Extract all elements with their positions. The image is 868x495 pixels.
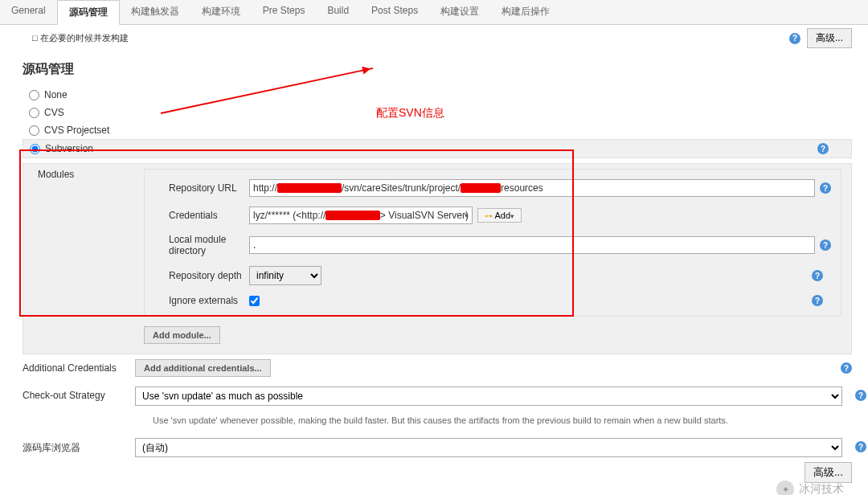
tab-scm[interactable]: 源码管理 — [57, 0, 120, 25]
credentials-label: Credentials — [145, 210, 249, 221]
local-dir-label: Local module directory — [145, 234, 249, 256]
tab-build-settings[interactable]: 构建设置 — [429, 0, 490, 24]
watermark-text: 冰河技术 — [799, 482, 844, 495]
checkout-strategy-desc: Use 'svn update' whenever possible, maki… — [137, 415, 868, 425]
radio-none[interactable] — [29, 90, 39, 100]
checkout-strategy-label: Check-out Strategy — [23, 387, 135, 401]
radio-cvs[interactable] — [29, 108, 39, 118]
repo-url-suffix: resources — [501, 182, 543, 194]
tab-triggers[interactable]: 构建触发器 — [120, 0, 190, 24]
scm-radio-group: None CVS CVS Projectset Subversion ? — [23, 86, 852, 158]
module-fields: Repository URL http:///svn/careSites/tru… — [144, 169, 841, 317]
repo-url-input[interactable]: http:///svn/careSites/trunk/project/reso… — [249, 179, 815, 197]
help-icon[interactable]: ? — [812, 295, 823, 306]
repo-browser-select[interactable]: (自动) — [135, 438, 842, 457]
depth-select[interactable]: infinity — [249, 266, 321, 285]
add-module-button[interactable]: Add module... — [144, 326, 220, 344]
help-icon[interactable]: ? — [855, 390, 866, 401]
scm-option-none[interactable]: None — [23, 86, 852, 104]
repo-url-label: Repository URL — [145, 182, 249, 194]
tab-env[interactable]: 构建环境 — [190, 0, 252, 24]
cred-suffix: > VisualSVN Server) — [380, 210, 469, 221]
ignore-externals-checkbox[interactable] — [249, 296, 260, 306]
redacted-cred-host — [326, 211, 379, 220]
help-icon[interactable]: ? — [855, 441, 866, 452]
tab-build[interactable]: Build — [316, 0, 360, 24]
radio-label: None — [44, 89, 68, 100]
subversion-config-block: Modules Repository URL http:///svn/careS… — [23, 163, 852, 354]
help-icon[interactable]: ? — [812, 270, 823, 281]
repo-url-prefix: http:// — [253, 182, 277, 194]
depth-label: Repository depth — [145, 270, 249, 281]
additional-credentials-label: Additional Credentials — [23, 359, 135, 374]
tab-post-steps[interactable]: Post Steps — [360, 0, 429, 24]
help-icon[interactable]: ? — [817, 143, 829, 154]
radio-cvs-projectset[interactable] — [29, 125, 39, 136]
checkout-strategy-select[interactable]: Use 'svn update' as much as possible — [135, 387, 842, 406]
watermark: ✦ 冰河技术 — [776, 481, 844, 495]
repo-browser-label: 源码库浏览器 — [23, 438, 135, 455]
scm-option-cvs-projectset[interactable]: CVS Projectset — [23, 121, 852, 139]
radio-label: CVS — [44, 107, 64, 118]
concurrent-build-option: □ 在必要的时候并发构建 — [32, 32, 129, 44]
repo-url-mid: /svn/careSites/trunk/project/ — [342, 182, 461, 194]
advanced-button[interactable]: 高级... — [807, 28, 852, 48]
add-credentials-button[interactable]: ⊶ Add▾ — [477, 208, 522, 223]
modules-label: Modules — [23, 169, 144, 180]
annotation-text: 配置SVN信息 — [376, 106, 444, 121]
help-icon[interactable]: ? — [841, 362, 852, 374]
credentials-select[interactable]: lyz/****** (<http://> VisualSVN Server) — [249, 207, 473, 224]
help-icon[interactable]: ? — [820, 239, 831, 251]
wechat-icon: ✦ — [776, 481, 794, 495]
tab-pre-steps[interactable]: Pre Steps — [252, 0, 317, 24]
section-title-scm: 源码管理 — [23, 61, 852, 78]
redacted-host — [277, 183, 342, 193]
radio-subversion[interactable] — [30, 144, 40, 154]
scm-option-subversion[interactable]: Subversion ? — [23, 139, 852, 158]
cred-prefix: lyz/****** (<http:// — [253, 210, 326, 221]
add-additional-credentials-button[interactable]: Add additional credentials... — [135, 359, 271, 377]
tab-general[interactable]: General — [0, 0, 57, 24]
redacted-path — [461, 183, 501, 193]
tab-post-build[interactable]: 构建后操作 — [490, 0, 561, 24]
help-icon[interactable]: ? — [789, 33, 800, 44]
key-icon: ⊶ — [485, 211, 493, 220]
add-btn-label: Add — [494, 211, 510, 220]
radio-label: CVS Projectset — [44, 125, 109, 136]
local-dir-input[interactable] — [249, 236, 815, 254]
radio-label: Subversion — [45, 143, 93, 154]
ignore-externals-label: Ignore externals — [145, 295, 249, 306]
help-icon[interactable]: ? — [820, 182, 831, 194]
config-tabs: General 源码管理 构建触发器 构建环境 Pre Steps Build … — [0, 0, 868, 25]
